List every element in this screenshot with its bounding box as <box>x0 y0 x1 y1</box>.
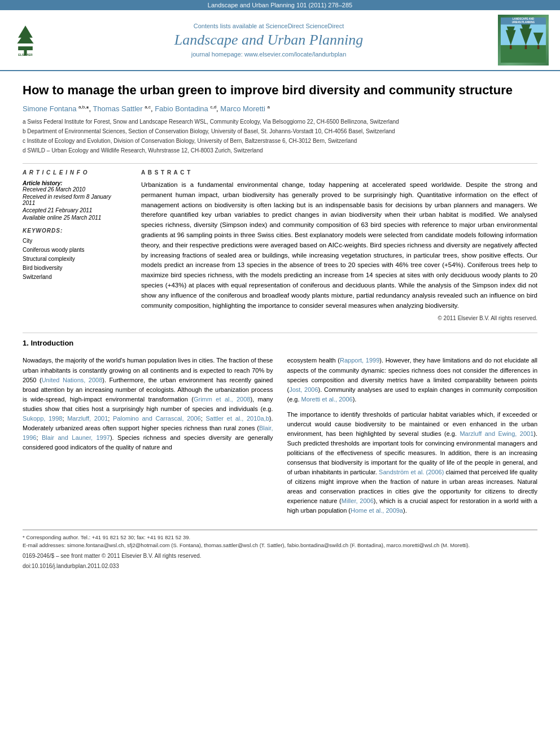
keyword-1: City <box>23 237 124 246</box>
ref-miller: Miller, 2006 <box>342 497 374 504</box>
ref-jost: Jost, 2006 <box>289 386 318 393</box>
affil-sup-am: a <box>267 104 269 110</box>
article-info-abstract: A R T I C L E I N F O Article history: R… <box>23 169 537 322</box>
svg-text:ELSEVIER: ELSEVIER <box>18 53 33 56</box>
keyword-5: Switzerland <box>23 273 124 282</box>
keyword-3: Structural complexity <box>23 255 124 264</box>
intro-para-2: ecosystem health (Rapport, 1999). Howeve… <box>287 356 538 404</box>
body-right-col: ecosystem health (Rapport, 1999). Howeve… <box>287 356 538 521</box>
ref-home: Home et al., 2009a <box>351 507 403 514</box>
divider-2 <box>23 333 537 333</box>
author-thomas: Thomas Sattler <box>93 104 142 113</box>
ref-rapport: Rapport, 1999 <box>340 357 379 364</box>
affil-sup-cd: c,d <box>210 104 216 110</box>
corresponding-note: * Corresponding author. Tel.: +41 91 821… <box>23 534 537 541</box>
svg-text:URBAN PLANNING: URBAN PLANNING <box>512 21 535 24</box>
elsevier-logo: ELSEVIER <box>11 23 40 57</box>
svg-marker-3 <box>17 32 33 43</box>
history-title: Article history: <box>23 180 124 186</box>
abstract-section: A B S T R A C T Urbanization is a fundam… <box>141 169 537 322</box>
svg-text:LANDSCAPE AND: LANDSCAPE AND <box>513 18 535 20</box>
svg-rect-1 <box>18 46 33 50</box>
affil-a: a Swiss Federal Institute for Forest, Sn… <box>23 117 537 126</box>
svg-rect-14 <box>537 45 540 49</box>
ref-sukopp: Sukopp, 1998 <box>23 415 62 422</box>
ref-sattler: Sattler et al., 2010a,b <box>205 415 269 422</box>
elsevier-tree-icon: ELSEVIER <box>11 23 40 57</box>
body-left-col: Nowadays, the majority of the world's hu… <box>23 356 273 521</box>
affil-b: b Department of Environmental Sciences, … <box>23 127 537 136</box>
accepted-date: Accepted 21 February 2011 <box>23 207 124 213</box>
affiliations: a Swiss Federal Institute for Forest, Sn… <box>23 117 537 155</box>
sciencedirect-text: Contents lists available at ScienceDirec… <box>40 23 498 29</box>
divider-1 <box>23 163 537 164</box>
intro-para-1: Nowadays, the majority of the world's hu… <box>23 356 273 452</box>
keyword-2: Coniferous woody plants <box>23 246 124 255</box>
affil-sup-a: a,b, <box>78 104 86 110</box>
keywords-list: City Coniferous woody plants Structural … <box>23 237 124 282</box>
ref-sandstrom: Sandström et al. (2006) <box>379 469 444 475</box>
journal-cover-image: LANDSCAPE AND URBAN PLANNING <box>498 15 549 65</box>
main-content: How to manage the urban green to improve… <box>0 71 560 582</box>
svg-rect-9 <box>510 45 512 49</box>
footnotes: * Corresponding author. Tel.: +41 91 821… <box>23 530 537 570</box>
article-info-panel: A R T I C L E I N F O Article history: R… <box>23 169 124 322</box>
affil-sup-ac: a,c <box>145 104 151 110</box>
keyword-4: Bird biodiversity <box>23 264 124 273</box>
available-date: Available online 25 March 2011 <box>23 215 124 221</box>
revised-date: Received in revised form 8 January 2011 <box>23 194 124 206</box>
author-simone: Simone Fontana <box>23 104 76 113</box>
abstract-heading: A B S T R A C T <box>141 169 537 176</box>
intro-para-3: The importance to identify thresholds of… <box>287 410 538 516</box>
email-note: E-mail addresses: simone.fontana@wsl.ch,… <box>23 541 537 549</box>
body-columns: Nowadays, the majority of the world's hu… <box>23 356 537 521</box>
article-title: How to manage the urban green to improve… <box>23 82 537 99</box>
authors-line: Simone Fontana a,b,*, Thomas Sattler a,c… <box>23 104 537 113</box>
doi-line: doi:10.1016/j.landurbplan.2011.02.033 <box>23 562 537 570</box>
ref-moretti: Moretti et al., 2006 <box>301 396 353 403</box>
article-history: Article history: Received 26 March 2010 … <box>23 180 124 221</box>
issn-line: 0169-2046/$ – see front matter © 2011 El… <box>23 552 537 560</box>
header-left: ELSEVIER <box>11 23 40 57</box>
author-marco: Marco Moretti <box>220 104 265 113</box>
journal-homepage: journal homepage: www.elsevier.com/locat… <box>40 51 498 58</box>
journal-title: Landscape and Urban Planning <box>40 32 498 49</box>
ref-marzluff-ewing: Marzluff and Ewing, 2001 <box>460 430 533 437</box>
section-1-title: 1. Introduction <box>23 339 537 347</box>
ref-grimm: Grimm et al., 2008 <box>194 396 251 403</box>
affil-d: d SWILD – Urban Ecology and Wildlife Res… <box>23 146 537 155</box>
article-info-heading: A R T I C L E I N F O <box>23 169 124 176</box>
author-fabio: Fabio Bontadina <box>155 104 208 113</box>
abstract-text: Urbanization is a fundamental environmen… <box>141 180 537 311</box>
affil-c: c Institute of Ecology and Evolution, Di… <box>23 137 537 145</box>
copyright-notice: © 2011 Elsevier B.V. All rights reserved… <box>141 315 537 321</box>
received-date: Received 26 March 2010 <box>23 186 124 193</box>
journal-cover: LANDSCAPE AND URBAN PLANNING <box>498 15 549 65</box>
keywords-section: Keywords: City Coniferous woody plants S… <box>23 228 124 282</box>
keywords-heading: Keywords: <box>23 228 124 234</box>
ref-palomino: Palomino and Carrascal, 2006 <box>113 415 201 422</box>
journal-citation-text: Landscape and Urban Planning 101 (2011) … <box>208 2 352 8</box>
svg-rect-12 <box>525 45 527 49</box>
journal-header: ELSEVIER Contents lists available at Sci… <box>0 10 560 71</box>
journal-citation-bar: Landscape and Urban Planning 101 (2011) … <box>0 0 560 10</box>
ref-united-nations: United Nations, 2008 <box>42 377 103 383</box>
ref-marzluff: Marzluff, 2001 <box>67 415 108 422</box>
ref-blair1997: Blair and Launer, 1997 <box>42 434 110 441</box>
header-center: Contents lists available at ScienceDirec… <box>40 23 498 58</box>
